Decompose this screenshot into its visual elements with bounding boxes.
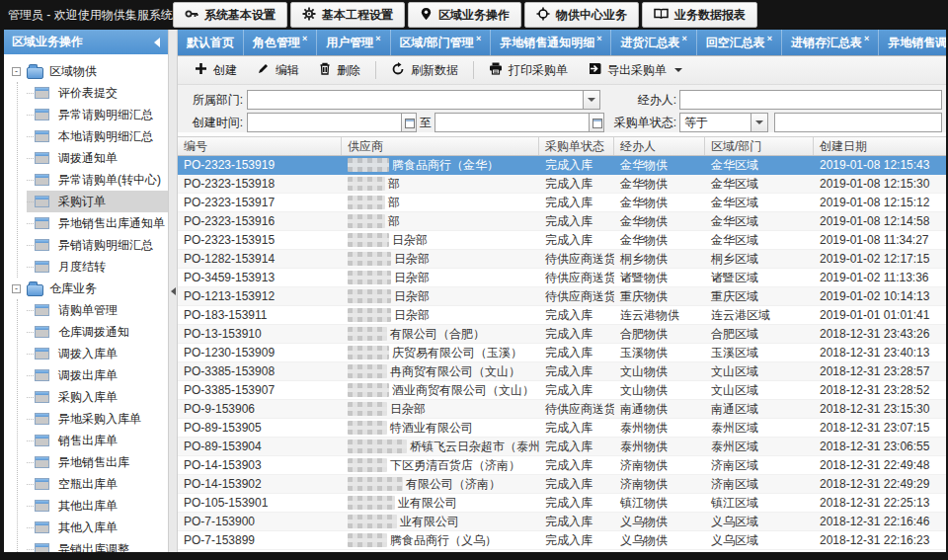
sidebar-item-异常请购单(转中心)[interactable]: 异常请购单(转中心) (27, 169, 168, 191)
table-row[interactable]: PO-2323-153915日杂部完成入库金华物供金华区域2019-01-08 … (178, 231, 946, 250)
table-row[interactable]: PO-1213-153912日杂部待供应商送货重庆物供重庆区域2019-01-0… (178, 287, 946, 306)
sidebar-item-其他入库单[interactable]: 其他入库单 (27, 517, 168, 538)
table-row[interactable]: PO-3459-153913日杂部待供应商送货诸暨物供诸暨区域2019-01-0… (178, 269, 946, 287)
menu-data-reports[interactable]: 业务数据报表 (642, 2, 757, 28)
tab-close-icon[interactable]: × (864, 34, 869, 43)
status-value-field[interactable] (775, 114, 941, 131)
refresh-button[interactable]: 刷新数据 (382, 58, 467, 82)
edit-button[interactable]: 编辑 (248, 58, 308, 82)
splitter-collapse-icon[interactable] (171, 287, 176, 295)
table-row[interactable]: PO-105-153901业有限公司完成入库镇江物供镇江区域2018-12-31… (178, 494, 946, 513)
tab-close-icon[interactable]: × (302, 34, 307, 43)
sidebar-item-异地采购入库单[interactable]: 异地采购入库单 (27, 408, 168, 430)
tab-异地销售调整明细[interactable]: 异地销售调整明细× (879, 30, 946, 55)
table-row[interactable]: PO-1282-153914日杂部待供应商送货桐乡物供桐乡区域2019-01-0… (178, 250, 946, 269)
status-value-input[interactable] (774, 113, 942, 132)
tab-close-icon[interactable]: × (375, 34, 380, 43)
print-po-button[interactable]: 打印采购单 (480, 58, 577, 82)
sidebar-item-调拨通知单[interactable]: 调拨通知单 (27, 147, 168, 169)
sidebar-item-异常请购明细汇总[interactable]: 异常请购明细汇总 (27, 104, 168, 125)
sidebar-item-评价表提交[interactable]: 评价表提交 (27, 82, 168, 104)
table-row[interactable]: PO-7-153899腾食品商行（义乌）完成入库义乌物供义乌区域2018-12-… (178, 531, 946, 550)
table-row[interactable]: PO-9-153906日杂部待供应商送货南通物供南通区域2018-12-31 2… (178, 400, 946, 419)
sidebar-item-空瓶出库单[interactable]: 空瓶出库单 (27, 473, 168, 495)
tree-group-区域物供[interactable]: -区域物供 (12, 60, 168, 82)
window-icon (35, 500, 49, 512)
tab-回空汇总表[interactable]: 回空汇总表× (697, 30, 782, 55)
cell-created: 2018-12-31 23:28:52 (814, 381, 946, 399)
sidebar-item-请购单管理[interactable]: 请购单管理 (27, 299, 168, 321)
menu-system-settings[interactable]: 系统基本设置 (173, 2, 287, 28)
tab-close-icon[interactable]: × (767, 34, 772, 43)
handler-input[interactable] (679, 90, 942, 110)
status-operator-select[interactable]: 等于 (679, 113, 768, 132)
column-header-status[interactable]: 采购单状态 (539, 137, 614, 155)
collapse-minus-icon[interactable]: - (12, 67, 21, 76)
sidebar-item-销售出库单[interactable]: 销售出库单 (27, 430, 168, 451)
sidebar-item-采购订单[interactable]: 采购订单 (27, 191, 168, 212)
column-header-region[interactable]: 区域/部门 (705, 137, 814, 155)
table-row[interactable]: PO-2323-153917部完成入库金华物供金华区域2019-01-08 12… (178, 194, 946, 212)
table-row[interactable]: PO-89-153905特酒业有限公司完成入库泰州物供泰州区域2018-12-3… (178, 419, 946, 438)
dept-select[interactable] (247, 90, 600, 110)
tree-group-仓库业务[interactable]: -仓库业务 (12, 278, 168, 299)
calendar-icon[interactable] (589, 114, 603, 131)
table-row[interactable]: PO-2323-153919腾食品商行（金华）完成入库金华物供金华区域2019-… (178, 156, 946, 175)
sidebar-item-异地销售出库[interactable]: 异地销售出库 (27, 451, 168, 473)
table-row[interactable]: PO-14-153903下区勇清百货店（济南）完成入库济南物供济南区域2018-… (178, 456, 946, 475)
date-from-input[interactable] (247, 113, 417, 132)
date-to-input[interactable] (434, 113, 604, 132)
sidebar-splitter[interactable] (168, 30, 178, 552)
sidebar-collapse-icon[interactable] (154, 38, 160, 47)
supplier-text: 日杂部 (392, 231, 428, 249)
menu-region-operations[interactable]: 区域业务操作 (408, 2, 521, 28)
tab-close-icon[interactable]: × (681, 34, 686, 43)
tab-角色管理[interactable]: 角色管理× (244, 30, 317, 55)
tab-默认首页[interactable]: 默认首页 (178, 30, 244, 55)
delete-button[interactable]: 删除 (310, 58, 369, 82)
column-header-id[interactable]: 编号 (178, 137, 342, 155)
handler-input-field[interactable] (680, 91, 941, 109)
sidebar-item-调拨出库单[interactable]: 调拨出库单 (27, 364, 168, 386)
sidebar-item-采购入库单[interactable]: 采购入库单 (27, 386, 168, 408)
sidebar-item-月度结转[interactable]: 月度结转 (27, 256, 168, 278)
sidebar-item-异销出库调整[interactable]: 异销出库调整 (27, 538, 168, 552)
table-row[interactable]: PO-2323-153918部完成入库金华物供金华区域2019-01-08 12… (178, 175, 946, 194)
sidebar-item-异地销售出库通知单[interactable]: 异地销售出库通知单 (27, 212, 168, 234)
sidebar-item-异销请购明细汇总[interactable]: 异销请购明细汇总 (27, 234, 168, 256)
menu-label: 区域业务操作 (438, 7, 510, 24)
table-row[interactable]: PO-7-153900业有限公司完成入库义乌物供义乌区域2018-12-31 2… (178, 513, 946, 531)
table-row[interactable]: PO-3385-153908冉商贸有限公司（文山）完成入库文山物供文山区域201… (178, 362, 946, 381)
sidebar-item-本地请购明细汇总[interactable]: 本地请购明细汇总 (27, 125, 168, 147)
supplier-text: 部 (388, 175, 400, 193)
column-header-handler[interactable]: 经办人 (614, 137, 705, 155)
create-button[interactable]: 创建 (186, 58, 246, 82)
tab-进货汇总表[interactable]: 进货汇总表× (611, 30, 696, 55)
table-row[interactable]: PO-2323-153916部完成入库金华物供金华区域2019-01-08 12… (178, 212, 946, 231)
table-row[interactable]: PO-3385-153907酒业商贸有限公司（文山）完成入库文山物供文山区域20… (178, 381, 946, 400)
cell-id: PO-2323-153916 (178, 212, 342, 230)
tab-区域/部门管理[interactable]: 区域/部门管理× (391, 30, 492, 55)
collapse-minus-icon[interactable]: - (12, 284, 21, 293)
tab-用户管理[interactable]: 用户管理× (317, 30, 390, 55)
tab-异地销售通知明细[interactable]: 异地销售通知明细× (491, 30, 611, 55)
table-row[interactable]: PO-14-153902有限公司（济南）完成入库济南物供济南区域2018-12-… (178, 475, 946, 494)
table-row[interactable]: PO-1230-153909庆贸易有限公司（玉溪）完成入库玉溪物供玉溪区域201… (178, 344, 946, 362)
cell-supplier: 桥镇飞云日杂超市（泰州） (342, 438, 539, 455)
table-row[interactable]: PO-13-153910有限公司（合肥）完成入库合肥物供合肥区域2018-12-… (178, 325, 946, 344)
tab-close-icon[interactable]: × (596, 34, 601, 43)
table-row[interactable]: PO-183-153911日杂部完成入库连云港物供连云港区域2019-01-01… (178, 306, 946, 325)
sidebar-item-仓库调拨通知[interactable]: 仓库调拨通知 (27, 321, 168, 343)
menu-supply-center[interactable]: 物供中心业务 (524, 2, 639, 28)
tab-进销存汇总表[interactable]: 进销存汇总表× (782, 30, 879, 55)
table-row[interactable]: PO-89-153904桥镇飞云日杂超市（泰州）完成入库泰州物供泰州区域2018… (178, 438, 946, 456)
calendar-icon[interactable] (401, 114, 416, 131)
export-po-button[interactable]: 导出采购单 (579, 58, 691, 82)
chevron-down-icon (583, 91, 599, 109)
column-header-supplier[interactable]: 供应商 (342, 137, 539, 155)
sidebar-item-调拨入库单[interactable]: 调拨入库单 (27, 343, 168, 364)
menu-project-settings[interactable]: 基本工程设置 (290, 2, 405, 28)
sidebar-item-其他出库单[interactable]: 其他出库单 (27, 495, 168, 517)
column-header-created[interactable]: 创建日期 (814, 137, 946, 155)
tab-close-icon[interactable]: × (476, 34, 481, 43)
